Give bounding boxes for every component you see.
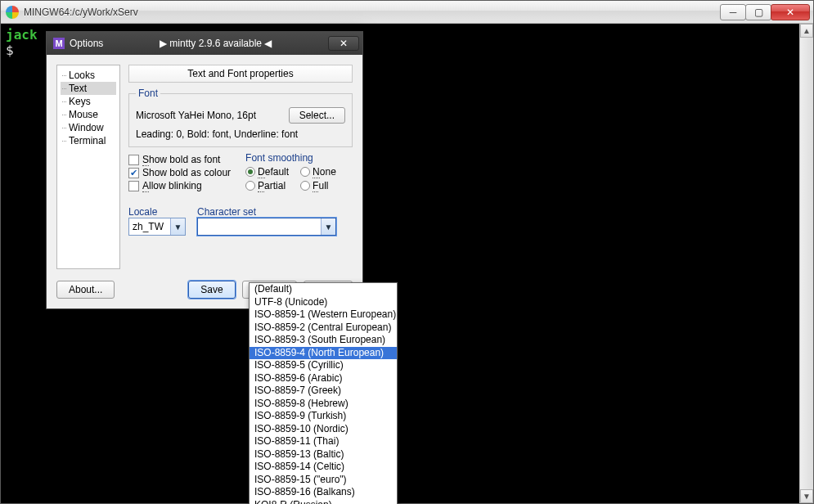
charset-label: Character set: [197, 206, 336, 218]
charset-option[interactable]: ISO-8859-10 (Nordic): [250, 423, 397, 436]
charset-option[interactable]: ISO-8859-7 (Greek): [250, 385, 397, 398]
charset-option[interactable]: KOI8-R (Russian): [250, 499, 397, 505]
maximize-button[interactable]: ▢: [745, 4, 771, 20]
dialog-close-button[interactable]: ✕: [328, 36, 359, 51]
charset-option[interactable]: ISO-8859-4 (North European): [250, 347, 397, 360]
charset-option[interactable]: ISO-8859-16 (Balkans): [250, 486, 397, 499]
font-group: Font Microsoft YaHei Mono, 16pt Select..…: [128, 88, 353, 147]
dialog-title: Options: [70, 38, 103, 49]
prompt-user: jack: [6, 27, 38, 43]
radio-icon: [245, 167, 255, 177]
show-bold-as-font-checkbox[interactable]: Show bold as font: [128, 154, 231, 165]
font-legend: Font: [136, 88, 160, 99]
scroll-down-icon[interactable]: ▼: [800, 489, 813, 503]
radio-icon: [300, 181, 310, 191]
checkbox-icon: [128, 168, 139, 178]
options-dialog: M Options ▶ mintty 2.9.6 available ◀ ✕ L…: [46, 31, 363, 309]
mintty-icon: [6, 6, 19, 19]
smoothing-header: Font smoothing: [245, 152, 336, 164]
select-font-button[interactable]: Select...: [289, 107, 345, 124]
tree-item-keys[interactable]: Keys: [61, 95, 116, 108]
close-button[interactable]: ✕: [771, 4, 810, 20]
save-button[interactable]: Save: [188, 281, 235, 299]
charset-option[interactable]: ISO-8859-13 (Baltic): [250, 448, 397, 461]
locale-label: Locale: [128, 206, 186, 218]
about-button[interactable]: About...: [56, 281, 115, 299]
category-tree[interactable]: LooksTextKeysMouseWindowTerminal: [56, 65, 120, 269]
font-name-text: Microsoft YaHei Mono, 16pt: [136, 110, 281, 121]
update-available-text[interactable]: ▶ mintty 2.9.6 available ◀: [103, 38, 328, 49]
panel-header: Text and Font properties: [128, 65, 353, 83]
window-titlebar[interactable]: MINGW64:/c/yWork/xServ ─ ▢ ✕: [1, 1, 813, 24]
text-panel: Text and Font properties Font Microsoft …: [128, 65, 353, 269]
locale-value: zh_TW: [129, 221, 170, 232]
terminal-scrollbar[interactable]: ▲ ▼: [799, 24, 813, 503]
charset-option[interactable]: ISO-8859-14 (Celtic): [250, 461, 397, 474]
chevron-down-icon: ▼: [170, 218, 185, 235]
charset-option[interactable]: ISO-8859-3 (South European): [250, 334, 397, 347]
dialog-titlebar[interactable]: M Options ▶ mintty 2.9.6 available ◀ ✕: [47, 32, 362, 55]
prompt-symbol: $: [6, 43, 14, 58]
tree-item-text[interactable]: Text: [61, 82, 116, 95]
tree-item-window[interactable]: Window: [61, 121, 116, 134]
charset-option[interactable]: ISO-8859-6 (Arabic): [250, 372, 397, 385]
charset-option[interactable]: UTF-8 (Unicode): [250, 296, 397, 309]
charset-option[interactable]: ISO-8859-15 ("euro"): [250, 474, 397, 487]
bold-blink-group: Show bold as font Show bold as colour Al…: [128, 152, 231, 193]
checkbox-icon: [128, 181, 139, 191]
charset-option[interactable]: ISO-8859-2 (Central European): [250, 322, 397, 335]
tree-item-terminal[interactable]: Terminal: [61, 134, 116, 147]
smoothing-none-radio[interactable]: None: [300, 166, 336, 178]
charset-option[interactable]: ISO-8859-8 (Hebrew): [250, 398, 397, 411]
allow-blinking-checkbox[interactable]: Allow blinking: [128, 180, 231, 191]
show-bold-as-colour-checkbox[interactable]: Show bold as colour: [128, 167, 231, 178]
radio-icon: [245, 181, 255, 191]
window-buttons: ─ ▢ ✕: [721, 4, 810, 20]
scroll-up-icon[interactable]: ▲: [800, 24, 813, 38]
smoothing-default-radio[interactable]: Default: [245, 166, 289, 178]
font-leading-text: Leading: 0, Bold: font, Underline: font: [136, 128, 345, 140]
font-smoothing-group: Font smoothing Default None Partial: [245, 152, 336, 193]
charset-option[interactable]: ISO-8859-11 (Thai): [250, 435, 397, 448]
window-title: MINGW64:/c/yWork/xServ: [24, 7, 721, 18]
charset-dropdown-list[interactable]: (Default)UTF-8 (Unicode)ISO-8859-1 (West…: [249, 282, 398, 504]
close-icon: ✕: [340, 38, 348, 49]
charset-option[interactable]: (Default): [250, 283, 397, 296]
checkbox-icon: [128, 155, 139, 165]
minimize-button[interactable]: ─: [720, 4, 746, 20]
smoothing-full-radio[interactable]: Full: [300, 180, 336, 191]
chevron-down-icon: ▼: [321, 218, 335, 235]
dialog-icon: M: [53, 38, 65, 49]
charset-option[interactable]: ISO-8859-5 (Cyrillic): [250, 359, 397, 372]
tree-item-mouse[interactable]: Mouse: [61, 108, 116, 121]
terminal-text: jack $: [6, 27, 38, 58]
charset-option[interactable]: ISO-8859-1 (Western European): [250, 308, 397, 322]
charset-combo[interactable]: ▼: [197, 218, 336, 236]
charset-option[interactable]: ISO-8859-9 (Turkish): [250, 410, 397, 423]
locale-combo[interactable]: zh_TW ▼: [128, 218, 186, 236]
radio-icon: [300, 167, 310, 177]
tree-item-looks[interactable]: Looks: [61, 69, 116, 82]
smoothing-partial-radio[interactable]: Partial: [245, 180, 289, 191]
